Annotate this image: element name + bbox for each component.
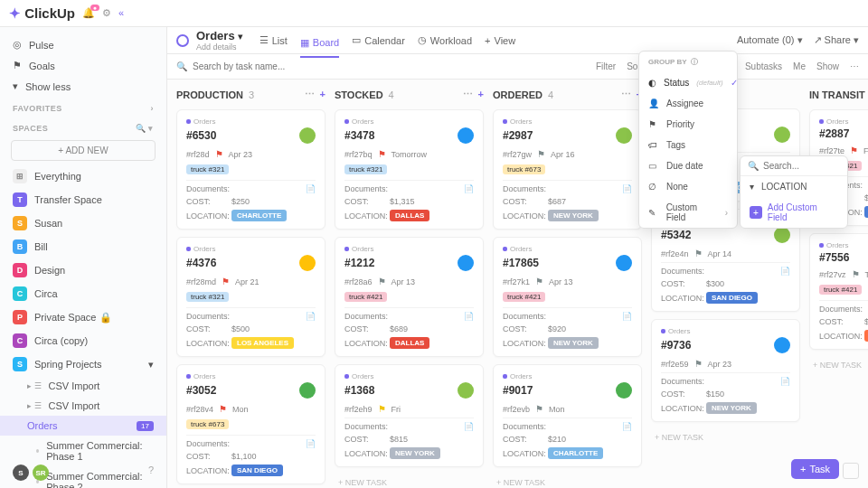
task-card[interactable]: Orders #1212 #rf28a6⚑Apr 13 truck #421 D… xyxy=(335,237,484,357)
documents-row[interactable]: Documents:📄 xyxy=(661,372,790,386)
cf-option-location[interactable]: ▾LOCATION xyxy=(741,176,847,197)
group-option-status[interactable]: ◐Status(default)✓ xyxy=(639,72,737,93)
documents-row[interactable]: Documents:📄 xyxy=(344,418,474,431)
task-card[interactable]: Orders #4376 #rf28md⚑Apr 21 truck #321 D… xyxy=(176,237,326,357)
group-option-tags[interactable]: 🏷Tags xyxy=(639,135,737,155)
assignee-avatar[interactable] xyxy=(774,337,790,353)
priority-flag-icon[interactable]: ⚑ xyxy=(852,269,860,279)
view-list[interactable]: ☰List xyxy=(259,29,288,52)
documents-row[interactable]: Documents:📄 xyxy=(503,418,632,431)
tb-show[interactable]: Show xyxy=(816,61,839,71)
location-badge[interactable]: NEW YORK xyxy=(548,337,599,349)
location-badge[interactable]: SAN xyxy=(864,206,868,218)
avatar[interactable]: S xyxy=(13,465,29,481)
assignee-avatar[interactable] xyxy=(774,127,790,143)
group-option-assignee[interactable]: 👤Assignee xyxy=(639,93,737,114)
group-option-due-date[interactable]: ▭Due date xyxy=(639,155,737,176)
favorites-section[interactable]: FAVORITES› xyxy=(0,97,166,117)
task-card[interactable]: Orders #9736 #rf2e59⚑Apr 23 Documents:📄 … xyxy=(651,319,800,422)
more-icon[interactable]: ⋯ xyxy=(850,61,859,71)
location-badge[interactable]: LOS ANGELES xyxy=(231,337,294,349)
add-custom-field-button[interactable]: +Add Custom Field xyxy=(741,197,847,228)
more-icon[interactable]: ⋯ xyxy=(305,89,315,100)
priority-flag-icon[interactable]: ⚑ xyxy=(535,277,543,286)
add-icon[interactable]: + xyxy=(320,89,326,100)
avatar[interactable]: SR xyxy=(33,465,49,481)
space-private-space---[interactable]: PPrivate Space 🔒 xyxy=(0,305,166,329)
documents-row[interactable]: Documents:📄 xyxy=(819,300,868,314)
sidebar-item-show-less[interactable]: ▾Show less xyxy=(0,76,166,97)
group-option-priority[interactable]: ⚑Priority xyxy=(639,114,737,135)
space-spring-projects[interactable]: SSpring Projects▾ xyxy=(0,352,166,376)
priority-flag-icon[interactable]: ⚑ xyxy=(378,149,386,159)
location-badge[interactable]: DALLAS xyxy=(390,337,429,349)
new-task-button[interactable]: + NEW TASK xyxy=(651,429,800,446)
more-icon[interactable]: ⋯ xyxy=(621,89,631,100)
sidebar-item-goals[interactable]: ⚑Goals xyxy=(0,55,166,76)
task-card[interactable]: Orders #6530 #rf28d⚑Apr 23 truck #321 Do… xyxy=(176,109,326,230)
hdr-automate----[interactable]: Automate (0) ▾ xyxy=(737,34,803,46)
collapse-icon[interactable]: « xyxy=(118,7,124,19)
space-everything[interactable]: ⊞Everything xyxy=(0,164,166,188)
location-badge[interactable]: NEW YORK xyxy=(706,402,757,414)
space-circa--copy-[interactable]: CCirca (copy) xyxy=(0,329,166,352)
tb-subtasks[interactable]: Subtasks xyxy=(745,61,782,71)
list-item-csv-import[interactable]: ▸ ☰CSV Import xyxy=(0,396,166,416)
new-task-button[interactable]: + NEW TASK xyxy=(493,474,642,488)
location-badge[interactable]: CHIC xyxy=(864,330,868,342)
list-item-orders[interactable]: Orders17 xyxy=(0,416,166,436)
view-view[interactable]: +View xyxy=(485,29,515,52)
add-new-button[interactable]: + ADD NEW xyxy=(11,140,156,161)
hdr-share[interactable]: ↗ Share ▾ xyxy=(814,34,859,46)
location-badge[interactable]: DALLAS xyxy=(390,210,429,221)
documents-row[interactable]: Documents:📄 xyxy=(344,307,474,321)
documents-row[interactable]: Documents:📄 xyxy=(186,435,316,448)
search-icon[interactable]: 🔍 xyxy=(176,61,187,71)
group-option-custom-field[interactable]: ✎Custom Field› xyxy=(639,197,737,228)
assignee-avatar[interactable] xyxy=(616,382,632,399)
priority-flag-icon[interactable]: ⚑ xyxy=(537,149,545,159)
assignee-avatar[interactable] xyxy=(774,227,790,243)
assignee-avatar[interactable] xyxy=(458,255,474,271)
priority-flag-icon[interactable]: ⚑ xyxy=(694,359,703,369)
new-task-button[interactable]: + NEW TASK xyxy=(335,474,484,488)
page-subtitle[interactable]: Add details xyxy=(196,42,243,52)
space-transfer-space[interactable]: TTransfer Space xyxy=(0,188,166,211)
task-card[interactable]: Orders #3052 #rf28v4⚑Mon truck #673 Docu… xyxy=(176,364,326,484)
sidebar-item-pulse[interactable]: ◎Pulse xyxy=(0,34,166,55)
task-card[interactable]: Orders #17865 #rf27k1⚑Apr 13 truck #421 … xyxy=(493,237,642,357)
documents-row[interactable]: Documents:📄 xyxy=(503,307,632,321)
tb-filter[interactable]: Filter xyxy=(596,61,616,71)
tb-me[interactable]: Me xyxy=(793,61,806,71)
documents-row[interactable]: Documents:📄 xyxy=(503,180,632,193)
task-card[interactable]: Orders #2987 #rf27gw⚑Apr 16 truck #673 D… xyxy=(493,109,642,230)
documents-row[interactable]: Documents:📄 xyxy=(344,180,474,193)
location-badge[interactable]: NEW YORK xyxy=(548,210,599,221)
view-board[interactable]: ▦Board xyxy=(300,29,339,58)
priority-flag-icon[interactable]: ⚑ xyxy=(215,149,223,159)
view-workload[interactable]: ◷Workload xyxy=(418,29,472,52)
priority-flag-icon[interactable]: ⚑ xyxy=(378,404,386,414)
location-badge[interactable]: CHARLOTTE xyxy=(548,447,603,459)
task-card[interactable]: Orders #9017 #rf2evb⚑Mon Documents:📄 COS… xyxy=(493,364,642,467)
assignee-avatar[interactable] xyxy=(299,255,316,271)
more-icon[interactable]: ⋯ xyxy=(463,89,473,100)
assignee-avatar[interactable] xyxy=(616,255,632,271)
new-task-button[interactable]: + NEW TASK xyxy=(809,357,868,373)
space-susan[interactable]: SSusan xyxy=(0,211,166,235)
task-fab[interactable]: + Task xyxy=(791,459,839,479)
priority-flag-icon[interactable]: ⚑ xyxy=(850,145,858,155)
notifications-icon[interactable]: 🔔● xyxy=(82,7,95,19)
help-icon[interactable]: ? xyxy=(148,465,154,481)
space-circa[interactable]: CCirca xyxy=(0,282,166,305)
location-badge[interactable]: SAN DIEGO xyxy=(706,292,758,304)
cf-search-input[interactable] xyxy=(763,161,826,171)
priority-flag-icon[interactable]: ⚑ xyxy=(535,404,543,414)
assignee-avatar[interactable] xyxy=(458,127,474,144)
search-input[interactable] xyxy=(193,61,328,71)
gear-icon[interactable]: ⚙ xyxy=(102,7,111,19)
assignee-avatar[interactable] xyxy=(299,382,316,399)
priority-flag-icon[interactable]: ⚑ xyxy=(219,404,227,414)
priority-flag-icon[interactable]: ⚑ xyxy=(378,277,386,286)
location-badge[interactable]: NEW YORK xyxy=(390,447,440,459)
